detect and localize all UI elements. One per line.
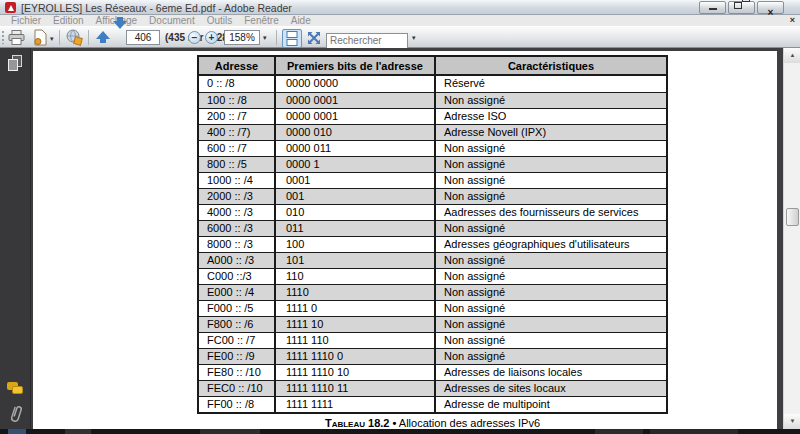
minimize-icon [709,8,717,10]
table-cell: Non assigné [436,269,666,284]
create-pdf-dropdown-icon[interactable]: ▾ [50,35,54,43]
table-cell: 400 :: /7) [199,125,276,140]
close-button[interactable]: × [757,1,784,14]
taskbar-item[interactable] [8,429,26,434]
title-bar: [EYROLLES] Les Réseaux - 6eme Ed.pdf - A… [0,0,800,15]
table-row: A000 :: /3101Non assigné [199,252,666,268]
table-cell: Adresse [199,57,276,74]
toolbar-drag-handle[interactable] [2,31,4,44]
table-cell: 1111 1110 0 [276,349,436,364]
table-cell: Non assigné [436,157,666,172]
table-cell: Premiers bits de l'adresse [276,57,436,74]
create-pdf-button[interactable] [33,29,48,50]
taskbar-item[interactable] [595,429,643,434]
table-row: FE00 :: /91111 1110 0Non assigné [199,348,666,364]
table-cell: Non assigné [436,253,666,268]
table-row: 6000 :: /3011Non assigné [199,220,666,236]
table-row: FE80 :: /101111 1110 10Adresses de liais… [199,364,666,380]
table-cell: FC00 :: /7 [199,333,276,348]
fullscreen-button[interactable] [304,29,324,48]
menu-fichier[interactable]: Fichier [5,15,47,26]
menubar-close-icon[interactable]: × [790,15,795,26]
pages-panel-icon[interactable] [8,55,24,72]
comment-bubble [12,386,23,394]
arrow-down-icon [113,21,127,29]
taskbar-item[interactable] [65,429,91,434]
page-number-input[interactable] [126,30,160,45]
table-row: 400 :: /7)0000 010Adresse Novell (IPX) [199,124,666,140]
vertical-scrollbar[interactable]: ▲ ▼ [783,48,800,429]
zoom-dropdown-icon[interactable]: ▾ [263,34,267,42]
table-cell: C000 ::/3 [199,269,276,284]
table-cell: Réservé [436,76,666,92]
table-cell: 100 [276,237,436,252]
table-cell: 1110 [276,285,436,300]
scrolling-mode-button[interactable] [282,29,302,48]
search-area: ▾ [326,30,408,46]
table-cell: 200 :: /7 [199,109,276,124]
table-cell: Caractéristiques [436,57,666,74]
table-cell: 800 :: /5 [199,157,276,172]
adobe-reader-app-icon [5,2,16,13]
table-cell: 011 [276,221,436,236]
table-cell: A000 :: /3 [199,253,276,268]
table-cell: Non assigné [436,141,666,156]
scroll-up-button[interactable]: ▲ [784,48,800,63]
table-row: 200 :: /70000 0001Adresse ISO [199,108,666,124]
table-cell: FEC0 :: /10 [199,381,276,396]
minus-icon: − [192,32,198,43]
table-row: C000 ::/3110Non assigné [199,268,666,284]
pdf-canvas: AdressePremiers bits de l'adresseCaracté… [31,48,783,429]
collaborate-button[interactable] [66,29,83,50]
table-row: FC00 :: /71111 110Non assigné [199,332,666,348]
menu-edition[interactable]: Édition [47,15,90,26]
table-cell: E000 :: /4 [199,285,276,300]
table-cell: 8000 :: /3 [199,237,276,252]
arrow-up-stem [100,39,106,43]
taskbar-item[interactable] [650,429,738,434]
table-cell: 1111 10 [276,317,436,332]
table-row: F800 :: /61111 10Non assigné [199,316,666,332]
document-action-icon [33,29,48,46]
arrow-up-icon [96,31,110,39]
table-cell: Non assigné [436,93,666,108]
menu-document[interactable]: Document [143,15,201,26]
table-row: 800 :: /50000 1Non assigné [199,156,666,172]
search-input[interactable] [326,33,408,49]
menu-aide[interactable]: Aide [285,15,317,26]
ipv6-allocation-table: AdressePremiers bits de l'adresseCaracté… [197,55,668,414]
table-cell: FF00 :: /8 [199,397,276,412]
comments-panel-icon[interactable] [7,382,25,396]
minimize-button[interactable] [699,1,726,14]
toolbar-separator [59,30,60,45]
adobe-reader-window: [EYROLLES] Les Réseaux - 6eme Ed.pdf - A… [0,0,800,434]
table-cell: 101 [276,253,436,268]
table-cell: 110 [276,269,436,284]
caption-bullet: • [393,417,397,429]
restore-button[interactable] [728,1,755,14]
paperclip-icon [8,404,23,424]
print-button[interactable] [8,30,25,50]
table-row: F000 :: /51111 0Non assigné [199,300,666,316]
table-cell: 0001 [276,173,436,188]
table-cell: Adresse Novell (IPX) [436,125,666,140]
table-cell: 1111 1110 10 [276,365,436,380]
table-cell: Non assigné [436,285,666,300]
zoom-level-value[interactable]: 158% [224,30,260,45]
attachments-panel-icon[interactable] [8,404,23,428]
table-cell: Non assigné [436,317,666,332]
zoom-in-button[interactable]: + [205,31,218,44]
table-cell: 100 :: /8 [199,93,276,108]
scrollbar-thumb[interactable] [786,208,799,226]
menu-outils[interactable]: Outils [201,15,239,26]
scroll-down-button[interactable]: ▼ [784,414,800,429]
table-cell: 1111 110 [276,333,436,348]
table-cell: 4000 :: /3 [199,205,276,220]
search-dropdown-icon[interactable]: ▾ [412,34,416,42]
menu-fenetre[interactable]: Fenêtre [238,15,284,26]
toolbar-separator [276,30,277,45]
zoom-out-button[interactable]: − [188,31,201,44]
taskbar-item[interactable] [200,429,260,434]
table-row: 600 :: /70000 011Non assigné [199,140,666,156]
table-cell: 0000 011 [276,141,436,156]
